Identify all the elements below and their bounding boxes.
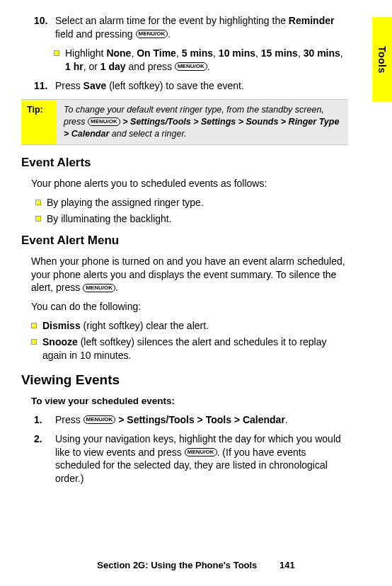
opt: 1 day: [100, 61, 126, 72]
text: (left softkey) to save the event.: [106, 80, 244, 91]
bullet-icon: [35, 200, 41, 205]
sep: ,: [213, 47, 219, 59]
text: Press: [55, 414, 83, 425]
heading-viewing-events: Viewing Events: [21, 371, 348, 389]
heading-event-alerts: Event Alerts: [21, 155, 348, 171]
bullet-text: Highlight None, On Time, 5 mins, 10 mins…: [65, 47, 348, 74]
bullet-icon: [54, 50, 59, 56]
alerts-bullet-1: By playing the assigned ringer type.: [35, 196, 348, 209]
text: .: [207, 61, 210, 72]
snooze-label: Snooze: [42, 336, 78, 347]
tip-body: To change your default event ringer type…: [57, 100, 348, 144]
bullet-icon: [31, 339, 37, 345]
step-num: 2.: [34, 432, 52, 446]
sep: ,: [298, 47, 304, 59]
menu-ok-icon: MENU/OK: [83, 415, 116, 424]
text: (left softkey) silences the alert and sc…: [42, 336, 327, 361]
text: and select a ringer.: [109, 129, 186, 139]
text: .: [285, 414, 288, 425]
bullet-text: By playing the assigned ringer type.: [47, 196, 348, 209]
settings-chain: > Settings/Tools > Tools > Calendar: [115, 414, 284, 425]
opt: 10 mins: [219, 47, 255, 59]
reminder-field-label: Reminder: [289, 15, 335, 26]
sep: ,: [340, 47, 343, 59]
menu-ok-icon: MENU/OK: [83, 284, 115, 292]
step-num: 11.: [34, 79, 52, 93]
step-10-sub: Highlight None, On Time, 5 mins, 10 mins…: [54, 47, 348, 74]
alert-menu-p1: When your phone is turned on and you hav…: [31, 255, 348, 295]
alert-menu-p2: You can do the following:: [31, 300, 348, 314]
sep: ,: [255, 47, 261, 59]
step-10: 10. Select an alarm time for the event b…: [34, 14, 348, 41]
page-content: 10. Select an alarm time for the event b…: [21, 14, 348, 486]
alert-menu-bullet-1: Dismiss (right softkey) clear the alert.: [31, 319, 348, 333]
menu-ok-icon: MENU/OK: [185, 448, 217, 456]
page-number: 141: [279, 560, 295, 570]
save-label: Save: [83, 80, 107, 91]
opt: None: [106, 47, 131, 59]
step-body: Press Save (left softkey) to save the ev…: [55, 79, 348, 93]
text: .: [168, 28, 171, 40]
sep: , or: [83, 61, 100, 72]
side-tab-label: Tools: [376, 46, 389, 74]
footer-section: Section 2G: Using the Phone's Tools: [97, 560, 257, 570]
step-body: Press MENU/OK > Settings/Tools > Tools >…: [55, 413, 348, 427]
opt: 5 mins: [182, 47, 213, 59]
tip-box: Tip: To change your default event ringer…: [21, 99, 348, 145]
bullet-text: Snooze (left softkey) silences the alert…: [42, 335, 348, 362]
text: field and pressing: [55, 28, 136, 40]
text: Highlight: [65, 47, 106, 59]
bullet-icon: [35, 216, 41, 222]
bullet-icon: [31, 323, 37, 328]
viewing-step-2: 2. Using your navigation keys, highlight…: [34, 432, 348, 486]
page-footer: Section 2G: Using the Phone's Tools 141: [21, 559, 371, 572]
side-tab-tools: Tools: [372, 17, 392, 102]
alert-menu-bullet-2: Snooze (left softkey) silences the alert…: [31, 335, 348, 362]
opt: 30 mins: [304, 47, 340, 59]
step-num: 10.: [34, 14, 52, 28]
step-body: Select an alarm time for the event by hi…: [55, 14, 348, 41]
bullet-text: By illuminating the backlight.: [47, 212, 348, 226]
menu-ok-icon: MENU/OK: [175, 62, 207, 71]
text: (right softkey) clear the alert.: [81, 320, 209, 331]
text: Select an alarm time for the event by hi…: [55, 15, 289, 26]
opt: 15 mins: [261, 47, 298, 59]
sep: ,: [176, 47, 182, 59]
to-view-line: To view your scheduled events:: [31, 395, 348, 408]
menu-ok-icon: MENU/OK: [136, 30, 168, 38]
opt: On Time: [137, 47, 176, 59]
text: When your phone is turned on and you hav…: [31, 255, 345, 294]
opt: 1 hr: [65, 61, 83, 72]
step-num: 1.: [34, 413, 52, 427]
text: .: [115, 282, 118, 293]
tip-label: Tip:: [21, 100, 57, 144]
text: Press: [55, 80, 83, 91]
text: and press: [126, 61, 175, 72]
dismiss-label: Dismiss: [42, 320, 81, 331]
alerts-bullet-2: By illuminating the backlight.: [35, 212, 348, 226]
viewing-step-1: 1. Press MENU/OK > Settings/Tools > Tool…: [34, 413, 348, 427]
step-11: 11. Press Save (left softkey) to save th…: [34, 79, 348, 93]
bullet-text: Dismiss (right softkey) clear the alert.: [42, 319, 348, 333]
sep: ,: [131, 47, 137, 59]
menu-ok-icon: MENU/OK: [88, 117, 120, 126]
heading-event-alert-menu: Event Alert Menu: [21, 233, 348, 249]
step-body: Using your navigation keys, highlight th…: [55, 432, 348, 486]
alerts-intro: Your phone alerts you to scheduled event…: [31, 177, 348, 190]
